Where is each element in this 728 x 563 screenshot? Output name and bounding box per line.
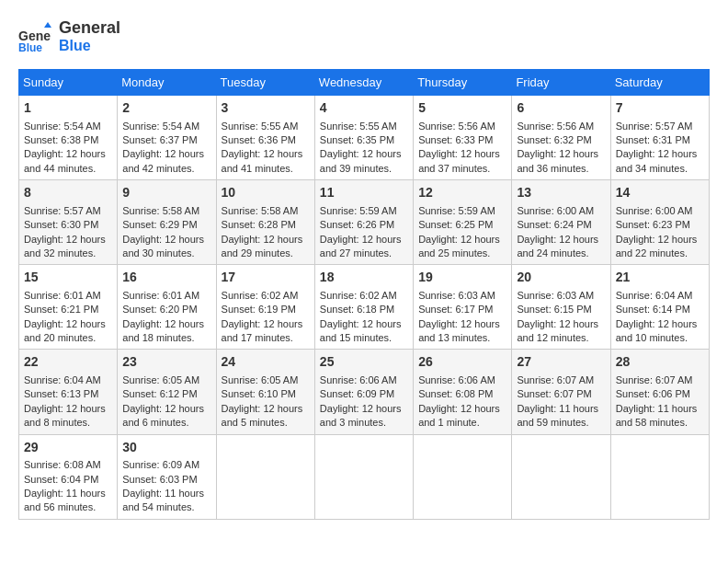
calendar-day-19: 19Sunrise: 6:03 AM Sunset: 6:17 PM Dayli… [414,265,512,350]
col-header-sunday: Sunday [19,70,118,96]
day-info: Sunrise: 6:02 AM Sunset: 6:19 PM Dayligh… [222,290,303,343]
calendar-week-3: 15Sunrise: 6:01 AM Sunset: 6:21 PM Dayli… [19,265,710,350]
calendar-day-30: 30Sunrise: 6:09 AM Sunset: 6:03 PM Dayli… [118,434,216,519]
calendar-day-29: 29Sunrise: 6:08 AM Sunset: 6:04 PM Dayli… [19,434,118,519]
day-number: 10 [222,184,310,202]
day-info: Sunrise: 6:03 AM Sunset: 6:17 PM Dayligh… [418,290,500,343]
logo-icon: General Blue [18,20,51,53]
calendar-week-4: 22Sunrise: 6:04 AM Sunset: 6:13 PM Dayli… [19,350,710,434]
calendar-week-5: 29Sunrise: 6:08 AM Sunset: 6:04 PM Dayli… [19,434,710,519]
day-info: Sunrise: 6:01 AM Sunset: 6:21 PM Dayligh… [24,290,106,343]
day-info: Sunrise: 6:02 AM Sunset: 6:18 PM Dayligh… [320,290,402,343]
day-info: Sunrise: 5:55 AM Sunset: 6:36 PM Dayligh… [222,121,303,174]
day-number: 11 [320,184,408,202]
day-number: 6 [517,99,605,118]
calendar-day-empty [414,434,512,519]
day-number: 17 [222,269,310,287]
calendar-day-12: 12Sunrise: 5:59 AM Sunset: 6:25 PM Dayli… [414,180,512,265]
calendar-day-7: 7Sunrise: 5:57 AM Sunset: 6:31 PM Daylig… [610,96,709,180]
day-number: 1 [24,99,112,118]
calendar-day-4: 4Sunrise: 5:55 AM Sunset: 6:35 PM Daylig… [314,96,413,180]
day-number: 28 [616,353,704,372]
day-info: Sunrise: 6:04 AM Sunset: 6:14 PM Dayligh… [616,290,698,343]
calendar-day-13: 13Sunrise: 6:00 AM Sunset: 6:24 PM Dayli… [512,180,610,265]
calendar-header-row: SundayMondayTuesdayWednesdayThursdayFrid… [19,70,710,96]
calendar-day-3: 3Sunrise: 5:55 AM Sunset: 6:36 PM Daylig… [216,96,314,180]
col-header-tuesday: Tuesday [216,70,314,96]
day-info: Sunrise: 6:01 AM Sunset: 6:20 PM Dayligh… [122,290,204,343]
day-number: 3 [222,99,310,118]
logo: General Blue General Blue [18,18,120,54]
calendar-day-empty [610,434,709,519]
day-number: 13 [517,184,605,202]
day-number: 15 [24,269,112,287]
day-info: Sunrise: 6:00 AM Sunset: 6:23 PM Dayligh… [616,205,698,259]
col-header-friday: Friday [512,70,610,96]
day-number: 2 [122,99,210,118]
day-info: Sunrise: 6:09 AM Sunset: 6:03 PM Dayligh… [122,459,204,512]
calendar-day-empty [216,434,314,519]
calendar-day-27: 27Sunrise: 6:07 AM Sunset: 6:07 PM Dayli… [512,350,610,434]
calendar-day-23: 23Sunrise: 6:05 AM Sunset: 6:12 PM Dayli… [118,350,216,434]
day-info: Sunrise: 6:05 AM Sunset: 6:12 PM Dayligh… [122,374,204,428]
day-info: Sunrise: 6:00 AM Sunset: 6:24 PM Dayligh… [517,205,598,259]
day-info: Sunrise: 6:08 AM Sunset: 6:04 PM Dayligh… [24,459,106,512]
calendar-day-2: 2Sunrise: 5:54 AM Sunset: 6:37 PM Daylig… [118,96,216,180]
svg-marker-2 [44,22,51,28]
calendar-day-24: 24Sunrise: 6:05 AM Sunset: 6:10 PM Dayli… [216,350,314,434]
calendar-week-2: 8Sunrise: 5:57 AM Sunset: 6:30 PM Daylig… [19,180,710,265]
calendar-day-18: 18Sunrise: 6:02 AM Sunset: 6:18 PM Dayli… [314,265,413,350]
day-info: Sunrise: 5:59 AM Sunset: 6:26 PM Dayligh… [320,205,402,259]
svg-text:Blue: Blue [18,41,42,53]
day-number: 25 [320,353,408,372]
logo-general: General [59,18,120,38]
calendar-day-11: 11Sunrise: 5:59 AM Sunset: 6:26 PM Dayli… [314,180,413,265]
day-info: Sunrise: 6:07 AM Sunset: 6:06 PM Dayligh… [616,374,698,428]
calendar-day-26: 26Sunrise: 6:06 AM Sunset: 6:08 PM Dayli… [414,350,512,434]
day-info: Sunrise: 6:06 AM Sunset: 6:09 PM Dayligh… [320,374,402,428]
day-number: 29 [24,439,112,457]
day-info: Sunrise: 5:58 AM Sunset: 6:29 PM Dayligh… [122,205,204,259]
day-info: Sunrise: 5:58 AM Sunset: 6:28 PM Dayligh… [222,205,303,259]
day-number: 23 [122,353,210,372]
day-number: 7 [616,99,704,118]
day-info: Sunrise: 5:54 AM Sunset: 6:37 PM Dayligh… [122,121,204,174]
calendar-day-15: 15Sunrise: 6:01 AM Sunset: 6:21 PM Dayli… [19,265,118,350]
calendar-day-20: 20Sunrise: 6:03 AM Sunset: 6:15 PM Dayli… [512,265,610,350]
day-info: Sunrise: 6:05 AM Sunset: 6:10 PM Dayligh… [222,374,303,428]
day-info: Sunrise: 5:56 AM Sunset: 6:33 PM Dayligh… [418,121,500,174]
day-number: 8 [24,184,112,202]
calendar-day-14: 14Sunrise: 6:00 AM Sunset: 6:23 PM Dayli… [610,180,709,265]
day-info: Sunrise: 5:55 AM Sunset: 6:35 PM Dayligh… [320,121,402,174]
calendar-day-16: 16Sunrise: 6:01 AM Sunset: 6:20 PM Dayli… [118,265,216,350]
day-number: 5 [418,99,506,118]
day-info: Sunrise: 6:07 AM Sunset: 6:07 PM Dayligh… [517,374,598,428]
day-number: 26 [418,353,506,372]
col-header-thursday: Thursday [414,70,512,96]
calendar-day-6: 6Sunrise: 5:56 AM Sunset: 6:32 PM Daylig… [512,96,610,180]
col-header-wednesday: Wednesday [314,70,413,96]
day-number: 16 [122,269,210,287]
day-info: Sunrise: 6:03 AM Sunset: 6:15 PM Dayligh… [517,290,598,343]
day-info: Sunrise: 5:57 AM Sunset: 6:30 PM Dayligh… [24,205,106,259]
day-info: Sunrise: 6:04 AM Sunset: 6:13 PM Dayligh… [24,374,106,428]
col-header-saturday: Saturday [610,70,709,96]
calendar-day-21: 21Sunrise: 6:04 AM Sunset: 6:14 PM Dayli… [610,265,709,350]
day-info: Sunrise: 6:06 AM Sunset: 6:08 PM Dayligh… [418,374,500,428]
calendar-day-28: 28Sunrise: 6:07 AM Sunset: 6:06 PM Dayli… [610,350,709,434]
day-info: Sunrise: 5:54 AM Sunset: 6:38 PM Dayligh… [24,121,106,174]
day-number: 27 [517,353,605,372]
day-number: 9 [122,184,210,202]
day-info: Sunrise: 5:59 AM Sunset: 6:25 PM Dayligh… [418,205,500,259]
calendar-week-1: 1Sunrise: 5:54 AM Sunset: 6:38 PM Daylig… [19,96,710,180]
calendar-day-empty [512,434,610,519]
day-info: Sunrise: 5:57 AM Sunset: 6:31 PM Dayligh… [616,121,698,174]
calendar-table: SundayMondayTuesdayWednesdayThursdayFrid… [18,69,710,520]
calendar-day-empty [314,434,413,519]
calendar-day-17: 17Sunrise: 6:02 AM Sunset: 6:19 PM Dayli… [216,265,314,350]
day-number: 22 [24,353,112,372]
calendar-day-9: 9Sunrise: 5:58 AM Sunset: 6:29 PM Daylig… [118,180,216,265]
day-info: Sunrise: 5:56 AM Sunset: 6:32 PM Dayligh… [517,121,598,174]
col-header-monday: Monday [118,70,216,96]
calendar-day-5: 5Sunrise: 5:56 AM Sunset: 6:33 PM Daylig… [414,96,512,180]
